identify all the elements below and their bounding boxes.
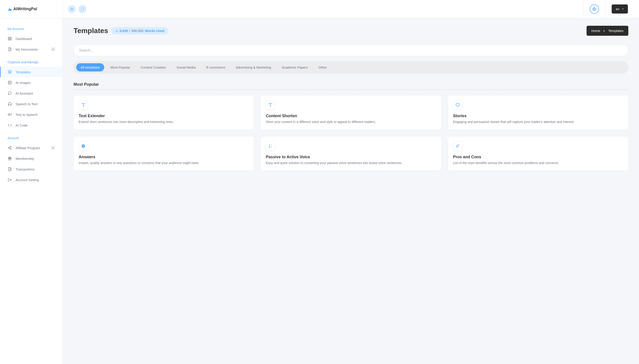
sidebar-item-ai-assistant[interactable]: AI Assistant <box>0 88 63 98</box>
nav-heading-account: My Account <box>0 24 63 33</box>
svg-point-10 <box>10 148 11 150</box>
template-cards: Text Extender Extend short sentences int… <box>74 95 628 171</box>
sidebar-item-speech-to-text[interactable]: Speech to Text <box>0 98 63 109</box>
search-input[interactable] <box>74 44 628 56</box>
caret-down-icon: ▼ <box>622 8 624 10</box>
page-header: Templates 5,439 / 500,000 Words Used Hom… <box>74 26 628 36</box>
card-desc: Short your content in a different voice … <box>266 120 436 124</box>
page-title: Templates <box>74 27 108 35</box>
card-desc: List of the main benefits versus the mos… <box>453 161 623 166</box>
sidebar-item-documents[interactable]: My Documents ▾ <box>0 44 63 54</box>
card-title: Content Shorten <box>266 114 436 118</box>
filter-ecommerce[interactable]: E-commerce <box>202 63 230 72</box>
sidebar-item-label: My Documents <box>16 48 38 51</box>
svg-line-37 <box>459 145 459 145</box>
sidebar-item-label: AI Assistant <box>16 92 33 95</box>
filter-all-templates[interactable]: All templates <box>76 63 104 72</box>
topbar: en ▼ <box>63 0 639 18</box>
usage-used: 5,439 <box>120 29 128 33</box>
breadcrumb: Home ▶ Templates <box>586 26 628 36</box>
card-desc: Extend short sentences into more descrip… <box>79 120 249 124</box>
filter-academic[interactable]: Academic Papers <box>277 63 312 72</box>
heart-icon <box>453 100 462 110</box>
logo-icon <box>8 7 13 12</box>
svg-point-6 <box>9 82 9 82</box>
svg-rect-1 <box>10 37 11 38</box>
logo[interactable]: AIWritingPal <box>0 0 63 18</box>
svg-point-24 <box>594 7 594 7</box>
template-card[interactable]: ZA Passive to Active Voice Easy and quic… <box>261 136 441 171</box>
maximize-icon <box>81 8 84 11</box>
filter-advertising[interactable]: Advertising & Marketing <box>231 63 275 72</box>
template-card[interactable]: Stories Engaging and persuasive stories … <box>448 95 628 130</box>
breadcrumb-home[interactable]: Home <box>591 29 600 33</box>
language-selector[interactable]: en ▼ <box>612 4 628 14</box>
code-icon <box>8 123 12 128</box>
chevron-down-icon[interactable]: ▾ <box>51 47 55 51</box>
filter-content-creation[interactable]: Content Creation <box>136 63 170 72</box>
fullscreen-button[interactable] <box>78 5 86 13</box>
sidebar-item-text-to-speech[interactable]: Text to Speech <box>0 109 63 120</box>
card-title: Pros and Cons <box>453 155 623 159</box>
nav: My Account Dashboard My Documents ▾ Orga… <box>0 18 63 191</box>
filter-social-media[interactable]: Social Media <box>172 63 200 72</box>
sidebar-item-ai-code[interactable]: AI Code <box>0 120 63 130</box>
usage-sep: / <box>129 29 130 33</box>
svg-line-36 <box>457 144 459 146</box>
svg-line-12 <box>9 147 10 148</box>
gift-icon <box>8 156 12 161</box>
sidebar-item-membership[interactable]: Membership <box>0 153 63 164</box>
usage-total: 500,000 <box>132 29 144 33</box>
card-title: Text Extender <box>79 114 249 118</box>
robot-icon <box>592 6 597 12</box>
volume-icon <box>8 112 12 117</box>
sidebar-item-label: AI Code <box>16 124 28 127</box>
sidebar-item-dashboard[interactable]: Dashboard <box>0 33 63 44</box>
template-card[interactable]: Answers Instant, quality answers to any … <box>74 136 254 171</box>
nav-heading-organize: Organize and Manage <box>0 58 63 66</box>
sidebar-item-label: Text to Speech <box>16 113 38 116</box>
sidebar-item-templates[interactable]: Templates <box>0 66 63 77</box>
key-icon <box>453 142 462 151</box>
chevron-down-icon[interactable]: ▾ <box>51 146 55 150</box>
sort-za-icon: ZA <box>266 142 275 151</box>
share-icon <box>8 146 12 150</box>
filter-most-popular[interactable]: Most Popular <box>106 63 134 72</box>
svg-rect-0 <box>8 37 9 38</box>
bot-button[interactable] <box>590 4 599 14</box>
logo-text: AIWritingPal <box>13 7 37 11</box>
sidebar: AIWritingPal My Account Dashboard My Doc… <box>0 0 63 364</box>
main: en ▼ Templates 5,439 / 500,000 Words Use… <box>63 0 639 364</box>
card-title: Answers <box>79 155 249 159</box>
svg-text:A: A <box>271 146 272 148</box>
svg-rect-3 <box>10 39 11 40</box>
sidebar-item-label: Speech to Text <box>16 102 38 106</box>
template-card[interactable]: Pros and Cons List of the main benefits … <box>448 136 628 171</box>
card-desc: Instant, quality answers to any question… <box>79 161 249 166</box>
usage-pill: 5,439 / 500,000 Words Used <box>111 27 168 34</box>
layers-icon <box>8 70 12 74</box>
sidebar-item-label: Transactions <box>16 167 35 171</box>
filter-other[interactable]: Other <box>314 63 332 72</box>
svg-point-22 <box>595 9 595 9</box>
breadcrumb-current: Templates <box>608 29 623 33</box>
card-title: Passive to Active Voice <box>266 155 436 159</box>
sidebar-item-ai-images[interactable]: AI Images <box>0 77 63 88</box>
check-badge-icon <box>79 142 88 151</box>
headphones-icon <box>8 102 12 106</box>
type-icon <box>79 100 88 110</box>
menu-toggle-button[interactable] <box>68 5 76 13</box>
svg-rect-2 <box>8 39 9 40</box>
sidebar-item-label: Templates <box>16 70 31 74</box>
template-card[interactable]: Content Shorten Short your content in a … <box>261 95 441 130</box>
sidebar-item-account-setting[interactable]: Account Setting <box>0 174 63 185</box>
sidebar-item-affiliate[interactable]: Affiliate Program ▾ <box>0 142 63 153</box>
svg-line-11 <box>9 148 10 149</box>
chat-icon <box>8 91 12 96</box>
filter-bar: All templates Most Popular Content Creat… <box>74 61 628 74</box>
template-card[interactable]: Text Extender Extend short sentences int… <box>74 95 254 130</box>
sidebar-item-transactions[interactable]: Transactions <box>0 164 63 174</box>
sidebar-item-label: Affiliate Program <box>16 146 40 150</box>
sidebar-item-label: AI Images <box>16 81 31 84</box>
image-icon <box>8 80 12 85</box>
